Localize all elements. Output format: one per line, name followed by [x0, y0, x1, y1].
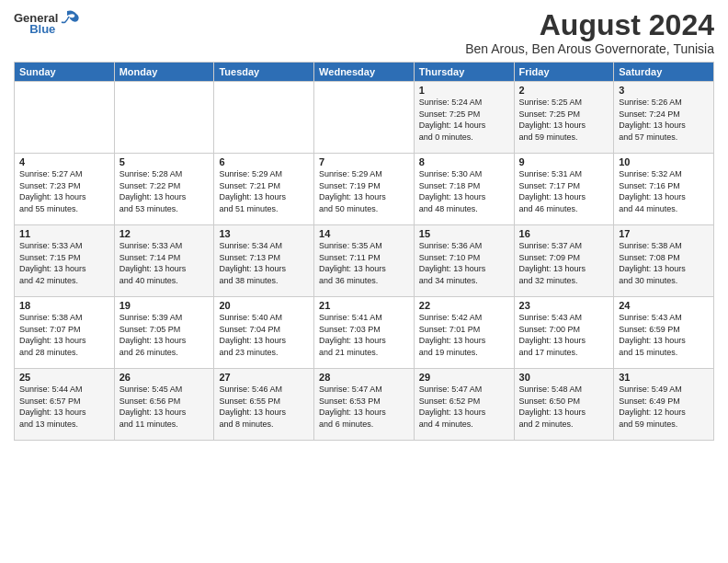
day-info: Sunrise: 5:34 AM Sunset: 7:13 PM Dayligh… [219, 240, 309, 286]
day-info: Sunrise: 5:26 AM Sunset: 7:24 PM Dayligh… [619, 97, 709, 143]
day-header-tuesday: Tuesday [214, 63, 314, 82]
day-info: Sunrise: 5:29 AM Sunset: 7:19 PM Dayligh… [319, 168, 409, 214]
week-row-1: 1Sunrise: 5:24 AM Sunset: 7:25 PM Daylig… [15, 82, 714, 154]
week-row-4: 18Sunrise: 5:38 AM Sunset: 7:07 PM Dayli… [15, 297, 714, 369]
day-info: Sunrise: 5:40 AM Sunset: 7:04 PM Dayligh… [219, 312, 309, 358]
day-number: 21 [319, 300, 409, 311]
day-info: Sunrise: 5:30 AM Sunset: 7:18 PM Dayligh… [419, 168, 509, 214]
day-number: 5 [119, 156, 210, 167]
main-title: August 2024 [465, 9, 714, 41]
day-info: Sunrise: 5:42 AM Sunset: 7:01 PM Dayligh… [419, 312, 509, 358]
day-info: Sunrise: 5:41 AM Sunset: 7:03 PM Dayligh… [319, 312, 409, 358]
calendar-cell [214, 82, 314, 154]
calendar-cell: 4Sunrise: 5:27 AM Sunset: 7:23 PM Daylig… [15, 154, 115, 225]
day-number: 13 [219, 228, 309, 239]
day-header-sunday: Sunday [15, 63, 115, 82]
day-number: 10 [619, 156, 709, 167]
calendar: SundayMondayTuesdayWednesdayThursdayFrid… [14, 62, 714, 441]
calendar-cell: 12Sunrise: 5:33 AM Sunset: 7:14 PM Dayli… [114, 225, 214, 297]
day-header-thursday: Thursday [414, 63, 514, 82]
day-number: 28 [319, 372, 409, 383]
day-number: 23 [519, 300, 609, 311]
calendar-cell: 23Sunrise: 5:43 AM Sunset: 7:00 PM Dayli… [514, 297, 614, 369]
day-info: Sunrise: 5:36 AM Sunset: 7:10 PM Dayligh… [419, 240, 509, 286]
calendar-cell: 11Sunrise: 5:33 AM Sunset: 7:15 PM Dayli… [15, 225, 115, 297]
calendar-cell: 18Sunrise: 5:38 AM Sunset: 7:07 PM Dayli… [15, 297, 115, 369]
calendar-cell: 14Sunrise: 5:35 AM Sunset: 7:11 PM Dayli… [314, 225, 415, 297]
day-info: Sunrise: 5:27 AM Sunset: 7:23 PM Dayligh… [19, 168, 109, 214]
week-row-3: 11Sunrise: 5:33 AM Sunset: 7:15 PM Dayli… [15, 225, 714, 297]
day-info: Sunrise: 5:29 AM Sunset: 7:21 PM Dayligh… [219, 168, 309, 214]
logo-blue: Blue [29, 22, 55, 36]
calendar-cell: 2Sunrise: 5:25 AM Sunset: 7:25 PM Daylig… [514, 82, 614, 154]
header: General Blue August 2024 Ben Arous, Ben … [14, 9, 714, 56]
calendar-cell [15, 82, 115, 154]
calendar-cell: 28Sunrise: 5:47 AM Sunset: 6:53 PM Dayli… [314, 369, 415, 441]
day-number: 27 [219, 372, 309, 383]
day-number: 12 [119, 228, 210, 239]
calendar-cell: 8Sunrise: 5:30 AM Sunset: 7:18 PM Daylig… [414, 154, 514, 225]
day-info: Sunrise: 5:33 AM Sunset: 7:14 PM Dayligh… [119, 240, 210, 286]
page: General Blue August 2024 Ben Arous, Ben … [0, 0, 728, 563]
day-number: 20 [219, 300, 309, 311]
calendar-cell: 13Sunrise: 5:34 AM Sunset: 7:13 PM Dayli… [214, 225, 314, 297]
day-header-saturday: Saturday [614, 63, 714, 82]
calendar-cell [114, 82, 214, 154]
day-number: 24 [619, 300, 709, 311]
calendar-cell: 9Sunrise: 5:31 AM Sunset: 7:17 PM Daylig… [514, 154, 614, 225]
logo: General Blue [14, 9, 80, 36]
day-number: 17 [619, 228, 709, 239]
calendar-cell: 20Sunrise: 5:40 AM Sunset: 7:04 PM Dayli… [214, 297, 314, 369]
day-number: 6 [219, 156, 309, 167]
day-info: Sunrise: 5:38 AM Sunset: 7:07 PM Dayligh… [19, 312, 109, 358]
day-info: Sunrise: 5:46 AM Sunset: 6:55 PM Dayligh… [219, 384, 309, 430]
day-info: Sunrise: 5:37 AM Sunset: 7:09 PM Dayligh… [519, 240, 609, 286]
calendar-cell: 27Sunrise: 5:46 AM Sunset: 6:55 PM Dayli… [214, 369, 314, 441]
day-info: Sunrise: 5:28 AM Sunset: 7:22 PM Dayligh… [119, 168, 210, 214]
calendar-cell [314, 82, 415, 154]
day-info: Sunrise: 5:47 AM Sunset: 6:53 PM Dayligh… [319, 384, 409, 430]
week-row-5: 25Sunrise: 5:44 AM Sunset: 6:57 PM Dayli… [15, 369, 714, 441]
calendar-cell: 15Sunrise: 5:36 AM Sunset: 7:10 PM Dayli… [414, 225, 514, 297]
calendar-cell: 3Sunrise: 5:26 AM Sunset: 7:24 PM Daylig… [614, 82, 714, 154]
day-info: Sunrise: 5:33 AM Sunset: 7:15 PM Dayligh… [19, 240, 109, 286]
day-info: Sunrise: 5:44 AM Sunset: 6:57 PM Dayligh… [19, 384, 109, 430]
calendar-cell: 16Sunrise: 5:37 AM Sunset: 7:09 PM Dayli… [514, 225, 614, 297]
day-number: 18 [19, 300, 109, 311]
calendar-cell: 30Sunrise: 5:48 AM Sunset: 6:50 PM Dayli… [514, 369, 614, 441]
calendar-cell: 19Sunrise: 5:39 AM Sunset: 7:05 PM Dayli… [114, 297, 214, 369]
day-number: 16 [519, 228, 609, 239]
day-number: 9 [519, 156, 609, 167]
calendar-cell: 25Sunrise: 5:44 AM Sunset: 6:57 PM Dayli… [15, 369, 115, 441]
day-info: Sunrise: 5:35 AM Sunset: 7:11 PM Dayligh… [319, 240, 409, 286]
day-number: 14 [319, 228, 409, 239]
day-number: 4 [19, 156, 109, 167]
calendar-cell: 22Sunrise: 5:42 AM Sunset: 7:01 PM Dayli… [414, 297, 514, 369]
day-info: Sunrise: 5:48 AM Sunset: 6:50 PM Dayligh… [519, 384, 609, 430]
day-header-monday: Monday [114, 63, 214, 82]
day-number: 29 [419, 372, 509, 383]
day-info: Sunrise: 5:24 AM Sunset: 7:25 PM Dayligh… [419, 97, 509, 143]
day-info: Sunrise: 5:39 AM Sunset: 7:05 PM Dayligh… [119, 312, 210, 358]
title-block: August 2024 Ben Arous, Ben Arous Governo… [465, 9, 714, 56]
calendar-cell: 29Sunrise: 5:47 AM Sunset: 6:52 PM Dayli… [414, 369, 514, 441]
day-number: 25 [19, 372, 109, 383]
logo-bird-icon [60, 9, 80, 26]
day-info: Sunrise: 5:45 AM Sunset: 6:56 PM Dayligh… [119, 384, 210, 430]
day-info: Sunrise: 5:38 AM Sunset: 7:08 PM Dayligh… [619, 240, 709, 286]
day-number: 8 [419, 156, 509, 167]
day-number: 1 [419, 85, 509, 96]
calendar-cell: 21Sunrise: 5:41 AM Sunset: 7:03 PM Dayli… [314, 297, 415, 369]
day-info: Sunrise: 5:32 AM Sunset: 7:16 PM Dayligh… [619, 168, 709, 214]
day-number: 26 [119, 372, 210, 383]
calendar-cell: 5Sunrise: 5:28 AM Sunset: 7:22 PM Daylig… [114, 154, 214, 225]
day-number: 19 [119, 300, 210, 311]
calendar-cell: 24Sunrise: 5:43 AM Sunset: 6:59 PM Dayli… [614, 297, 714, 369]
days-header-row: SundayMondayTuesdayWednesdayThursdayFrid… [15, 63, 714, 82]
calendar-cell: 6Sunrise: 5:29 AM Sunset: 7:21 PM Daylig… [214, 154, 314, 225]
day-info: Sunrise: 5:43 AM Sunset: 7:00 PM Dayligh… [519, 312, 609, 358]
calendar-cell: 10Sunrise: 5:32 AM Sunset: 7:16 PM Dayli… [614, 154, 714, 225]
subtitle: Ben Arous, Ben Arous Governorate, Tunisi… [465, 41, 714, 56]
day-number: 31 [619, 372, 709, 383]
week-row-2: 4Sunrise: 5:27 AM Sunset: 7:23 PM Daylig… [15, 154, 714, 225]
